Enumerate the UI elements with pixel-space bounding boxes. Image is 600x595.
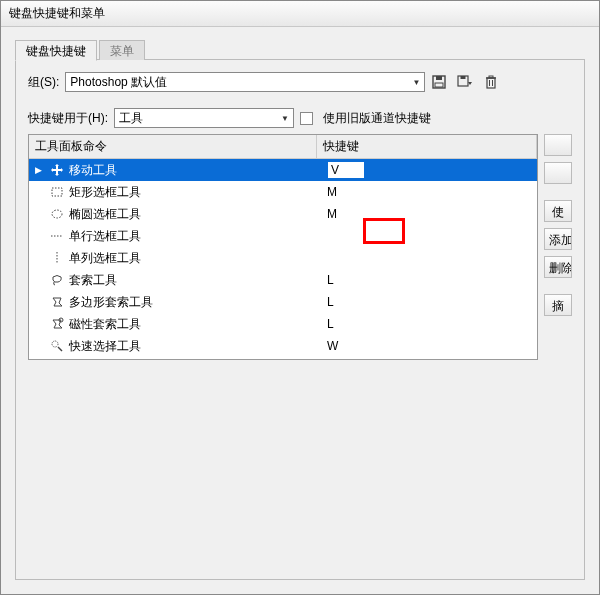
svg-point-11 bbox=[52, 210, 62, 218]
table-row[interactable]: 磁性套索工具 L bbox=[29, 313, 537, 335]
td-shortcut: L bbox=[317, 273, 537, 287]
td-shortcut: L bbox=[317, 317, 537, 331]
table-row[interactable]: 单列选框工具 bbox=[29, 247, 537, 269]
td-command: 单列选框工具 bbox=[29, 250, 317, 267]
side-buttons: 使 添加 删除 摘 bbox=[544, 134, 572, 360]
legacy-checkbox[interactable] bbox=[300, 112, 313, 125]
shortcuts-table: 工具面板命令 快捷键 ▶ 移动工具 V bbox=[28, 134, 538, 360]
table-row[interactable]: 多边形套索工具 L bbox=[29, 291, 537, 313]
svg-rect-1 bbox=[436, 76, 442, 80]
tabs: 键盘快捷键 菜单 bbox=[15, 40, 585, 60]
summary-button[interactable]: 摘 bbox=[544, 294, 572, 316]
table-row[interactable]: ▶ 移动工具 V bbox=[29, 159, 537, 181]
panel-body: 组(S): Photoshop 默认值 ▼ bbox=[16, 60, 584, 579]
side-button-2[interactable] bbox=[544, 162, 572, 184]
ellipse-marquee-icon bbox=[49, 206, 65, 222]
content-area: 键盘快捷键 菜单 组(S): Photoshop 默认值 ▼ bbox=[1, 27, 599, 594]
th-command[interactable]: 工具面板命令 bbox=[29, 135, 317, 158]
shortcuts-for-dropdown[interactable]: 工具 ▼ bbox=[114, 108, 294, 128]
main-area: 工具面板命令 快捷键 ▶ 移动工具 V bbox=[28, 134, 572, 360]
set-value: Photoshop 默认值 bbox=[70, 74, 167, 91]
table-row[interactable]: 快速选择工具 W bbox=[29, 335, 537, 357]
chevron-down-icon: ▼ bbox=[281, 114, 289, 123]
expand-icon: ▶ bbox=[35, 165, 45, 175]
svg-rect-7 bbox=[489, 76, 493, 78]
table-row[interactable]: 矩形选框工具 M bbox=[29, 181, 537, 203]
poly-lasso-icon bbox=[49, 294, 65, 310]
svg-rect-10 bbox=[52, 188, 62, 196]
table-row[interactable]: 单行选框工具 bbox=[29, 225, 537, 247]
table-header: 工具面板命令 快捷键 bbox=[29, 135, 537, 159]
set-toolbar bbox=[431, 74, 499, 90]
rect-marquee-icon bbox=[49, 184, 65, 200]
window-title: 键盘快捷键和菜单 bbox=[9, 6, 105, 20]
shortcut-input[interactable]: V bbox=[327, 161, 365, 179]
shortcuts-for-label: 快捷键用于(H): bbox=[28, 110, 108, 127]
td-shortcut: W bbox=[317, 339, 537, 353]
td-shortcut: M bbox=[317, 185, 537, 199]
svg-point-15 bbox=[52, 341, 58, 347]
lasso-icon bbox=[49, 272, 65, 288]
set-row: 组(S): Photoshop 默认值 ▼ bbox=[28, 72, 572, 92]
td-command: 套索工具 bbox=[29, 272, 317, 289]
save-as-icon[interactable] bbox=[457, 74, 473, 90]
td-shortcut: V bbox=[317, 161, 537, 179]
quick-select-icon bbox=[49, 338, 65, 354]
td-command: 多边形套索工具 bbox=[29, 294, 317, 311]
svg-rect-5 bbox=[487, 78, 495, 88]
set-dropdown[interactable]: Photoshop 默认值 ▼ bbox=[65, 72, 425, 92]
td-shortcut: M bbox=[317, 207, 537, 221]
add-button[interactable]: 添加 bbox=[544, 228, 572, 250]
tab-keyboard-shortcuts[interactable]: 键盘快捷键 bbox=[15, 40, 97, 61]
delete-button[interactable]: 删除 bbox=[544, 256, 572, 278]
row-marquee-icon bbox=[49, 228, 65, 244]
th-shortcut[interactable]: 快捷键 bbox=[317, 135, 537, 158]
svg-rect-4 bbox=[461, 76, 466, 79]
set-label: 组(S): bbox=[28, 74, 59, 91]
td-command: ▶ 移动工具 bbox=[29, 162, 317, 179]
shortcuts-for-value: 工具 bbox=[119, 110, 143, 127]
legacy-label: 使用旧版通道快捷键 bbox=[323, 110, 431, 127]
inner-panel: 组(S): Photoshop 默认值 ▼ bbox=[15, 60, 585, 580]
td-command: 单行选框工具 bbox=[29, 228, 317, 245]
side-button-1[interactable] bbox=[544, 134, 572, 156]
table-row[interactable]: 套索工具 L bbox=[29, 269, 537, 291]
for-row: 快捷键用于(H): 工具 ▼ 使用旧版通道快捷键 bbox=[28, 108, 572, 128]
tab-menus[interactable]: 菜单 bbox=[99, 40, 145, 61]
dialog-window: 键盘快捷键和菜单 键盘快捷键 菜单 组(S): Photoshop 默认值 ▼ bbox=[0, 0, 600, 595]
move-tool-icon bbox=[49, 162, 65, 178]
chevron-down-icon: ▼ bbox=[412, 78, 420, 87]
td-command: 矩形选框工具 bbox=[29, 184, 317, 201]
save-icon[interactable] bbox=[431, 74, 447, 90]
svg-rect-2 bbox=[435, 83, 443, 87]
col-marquee-icon bbox=[49, 250, 65, 266]
td-command: 椭圆选框工具 bbox=[29, 206, 317, 223]
magnetic-lasso-icon bbox=[49, 316, 65, 332]
td-command: 快速选择工具 bbox=[29, 338, 317, 355]
use-default-button[interactable]: 使 bbox=[544, 200, 572, 222]
table-body: ▶ 移动工具 V bbox=[29, 159, 537, 359]
td-shortcut: L bbox=[317, 295, 537, 309]
table-row[interactable]: 椭圆选框工具 M bbox=[29, 203, 537, 225]
td-command: 磁性套索工具 bbox=[29, 316, 317, 333]
trash-icon[interactable] bbox=[483, 74, 499, 90]
titlebar: 键盘快捷键和菜单 bbox=[1, 1, 599, 27]
